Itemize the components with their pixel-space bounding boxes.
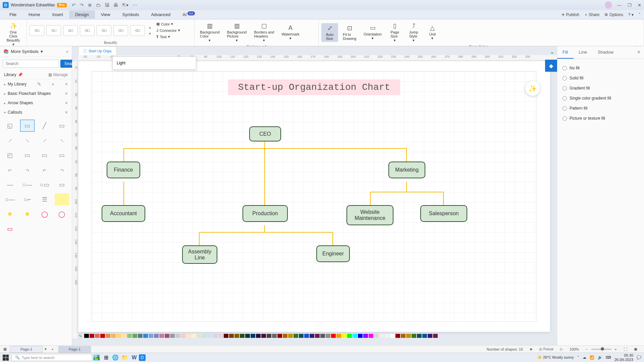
landscape-icon[interactable]: 🏞️ [92, 354, 101, 362]
save-icon[interactable]: 🖫 [105, 2, 109, 8]
color-swatch[interactable] [283, 334, 287, 338]
tab-line[interactable]: Line [574, 46, 593, 59]
layers-icon[interactable]: ◈ [530, 347, 532, 351]
text-dropdown[interactable]: T Text ▾ [155, 34, 181, 40]
connector[interactable] [443, 192, 444, 205]
fill-option-picture[interactable]: Picture or texture fill [561, 113, 640, 123]
callout-shape[interactable]: ▭ [3, 223, 17, 235]
color-swatch[interactable] [369, 334, 373, 338]
close-icon[interactable]: ✕ [638, 3, 641, 8]
wifi-icon[interactable]: 📶 [590, 355, 594, 360]
canvas[interactable]: Start-up Organization Chart CEO Finance … [78, 61, 550, 332]
connector[interactable] [370, 192, 371, 205]
color-swatch[interactable] [95, 334, 100, 338]
zoom-out-icon[interactable]: − [586, 347, 588, 351]
page-size-button[interactable]: ▯Page Size ▾ [386, 21, 403, 44]
borders-headers-button[interactable]: ▢Borders and Headers ▾ [251, 21, 277, 44]
color-swatch[interactable] [347, 334, 352, 338]
fullscreen-icon[interactable]: ▣ [634, 347, 637, 351]
user-avatar[interactable] [605, 1, 612, 9]
callout-shape[interactable]: ○— [20, 179, 35, 191]
note-shape[interactable] [55, 193, 69, 205]
color-swatch[interactable] [116, 334, 121, 338]
chevron-down-icon[interactable]: ▾ [41, 49, 43, 54]
color-swatch[interactable] [149, 334, 153, 338]
pin-icon[interactable]: 📌 [18, 72, 23, 77]
onedrive-icon[interactable]: ☁ [583, 355, 586, 360]
fill-option-single-gradient[interactable]: Single color gradient fill [561, 93, 640, 103]
color-swatch[interactable] [326, 334, 330, 338]
fill-option-pattern[interactable]: Pattern fill [561, 103, 640, 113]
callout-shape[interactable]: ▭ [55, 149, 69, 161]
open-icon[interactable]: 🗀 [96, 2, 101, 8]
callout-shape[interactable]: ¬ [20, 164, 35, 176]
color-swatch[interactable] [272, 334, 277, 338]
color-swatch[interactable] [218, 334, 223, 338]
color-swatch[interactable] [353, 334, 357, 338]
color-swatch[interactable] [267, 334, 271, 338]
callout-shape[interactable]: ⟋ [37, 134, 52, 146]
background-color-button[interactable]: ▥Background Color ▾ [197, 21, 222, 44]
color-swatch[interactable] [138, 334, 143, 338]
color-swatch[interactable] [293, 334, 298, 338]
help-icon[interactable]: ? ▾ [628, 12, 634, 17]
color-swatch[interactable] [127, 334, 132, 338]
connector[interactable] [123, 148, 407, 149]
more-qat-icon[interactable]: ⋯ [132, 2, 137, 8]
present-icon[interactable]: ▷ [560, 347, 563, 351]
color-swatch[interactable] [320, 334, 325, 338]
color-swatch[interactable] [428, 334, 432, 338]
color-swatch[interactable] [181, 334, 185, 338]
tab-home[interactable]: Home [22, 10, 46, 19]
color-swatch[interactable] [401, 334, 406, 338]
taskbar-search[interactable]: 🔍Type here to search [11, 354, 92, 361]
color-swatch[interactable] [363, 334, 368, 338]
callout-shape[interactable]: ⌐ [3, 164, 17, 176]
one-click-beautify-button[interactable]: ✨One Click Beautify ▾ [3, 21, 24, 48]
node-production[interactable]: Production [243, 205, 288, 222]
theme-preset-6[interactable]: ◇□ [113, 25, 128, 36]
fill-option-solid[interactable]: Solid fill [561, 73, 640, 83]
category-arrows[interactable]: ▸Arrow Shapes× [0, 98, 72, 108]
zoom-in-icon[interactable]: + [615, 347, 617, 351]
color-swatch[interactable] [422, 334, 427, 338]
color-swatch[interactable] [245, 334, 250, 338]
tab-fill[interactable]: Fill [557, 46, 574, 59]
node-accountant[interactable]: Accountant [102, 205, 145, 222]
background-picture-button[interactable]: ▥Background Picture ▾ [224, 21, 250, 44]
starburst-shape[interactable]: ✹ [20, 208, 35, 220]
color-swatch[interactable] [342, 334, 346, 338]
color-swatch[interactable] [154, 334, 159, 338]
color-swatch[interactable] [132, 334, 137, 338]
cat-close-icon[interactable]: × [65, 110, 68, 115]
word-icon[interactable]: W [129, 354, 139, 362]
callout-shape[interactable]: ▭ [20, 149, 35, 161]
connector[interactable] [123, 148, 124, 162]
callout-shape[interactable]: ⟋ [3, 134, 17, 146]
color-swatch[interactable] [336, 334, 341, 338]
options-button[interactable]: ⚙ Options [604, 12, 623, 17]
tab-shadow[interactable]: Shadow [592, 46, 619, 59]
color-swatch[interactable] [385, 334, 389, 338]
manage-link[interactable]: ▦ Manage [48, 72, 68, 77]
color-swatch[interactable] [358, 334, 363, 338]
node-salesperson[interactable]: Salesperson [420, 205, 467, 222]
color-dropdown[interactable]: ▦ Color ▾ [155, 21, 181, 27]
eyedropper-icon[interactable]: ✎ [79, 334, 82, 338]
zoom-slider[interactable] [591, 349, 611, 350]
cat-close-icon[interactable]: × [65, 81, 68, 87]
fit-drawing-button[interactable]: ⊡Fit to Drawing [340, 23, 359, 42]
color-swatch[interactable] [90, 334, 94, 338]
theme-preset-1[interactable]: ◇□ [30, 25, 44, 36]
category-flowchart[interactable]: ▸Basic Flowchart Shapes× [0, 89, 72, 98]
callout-shape[interactable]: ○▭ [37, 179, 52, 191]
color-swatch[interactable] [229, 334, 234, 338]
fill-tool-icon[interactable]: ◆ [545, 60, 557, 72]
theme-preset-5[interactable]: ◇□ [97, 25, 111, 36]
color-swatch[interactable] [433, 334, 438, 338]
maximize-icon[interactable]: ❐ [628, 3, 632, 8]
page-view-icon[interactable]: ▦ [3, 347, 7, 351]
cat-close-icon[interactable]: × [65, 91, 68, 96]
export-icon[interactable]: ⇱▾ [122, 2, 128, 8]
callout-shape[interactable]: ◯ [55, 208, 69, 220]
